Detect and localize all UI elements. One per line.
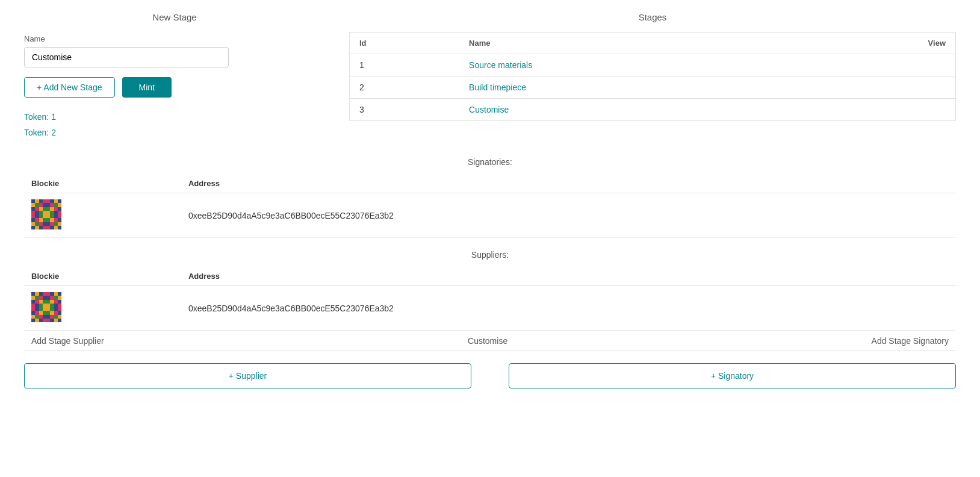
svg-rect-93 — [50, 304, 54, 307]
svg-rect-69 — [50, 292, 54, 296]
svg-rect-67 — [43, 292, 46, 296]
token-1-link[interactable]: Token: 1 — [24, 112, 325, 122]
svg-rect-30 — [54, 211, 58, 214]
svg-rect-43 — [43, 218, 46, 222]
svg-rect-113 — [35, 315, 39, 319]
add-supplier-button[interactable]: + Supplier — [24, 363, 471, 388]
svg-rect-14 — [54, 203, 58, 207]
col-blockie-sup: Blockie — [24, 267, 181, 286]
svg-rect-91 — [43, 304, 46, 307]
add-signatory-button[interactable]: + Signatory — [509, 363, 956, 388]
svg-rect-72 — [31, 296, 35, 299]
svg-rect-50 — [39, 222, 43, 226]
signatory-blockie — [24, 193, 181, 238]
svg-rect-105 — [35, 311, 39, 314]
svg-rect-61 — [50, 226, 54, 229]
col-blockie-sig: Blockie — [24, 174, 181, 193]
svg-rect-6 — [54, 199, 58, 203]
svg-rect-99 — [43, 307, 46, 311]
svg-rect-21 — [50, 207, 54, 211]
stages-table: Id Name View 1 Source materials 2 Build … — [349, 32, 956, 121]
name-input[interactable] — [24, 47, 229, 67]
supplier-address: 0xeeB25D90d4aA5c9e3aC6BB00ecE55C23076Ea3… — [181, 286, 956, 331]
svg-rect-114 — [39, 315, 43, 319]
add-supplier-label: Add Stage Supplier — [31, 336, 104, 346]
svg-rect-65 — [35, 292, 39, 296]
svg-rect-92 — [46, 304, 50, 307]
svg-rect-116 — [46, 315, 50, 319]
svg-rect-115 — [43, 315, 46, 319]
name-form-group: Name — [24, 34, 325, 67]
svg-rect-49 — [35, 222, 39, 226]
stage-button-row: + Add New Stage Mint — [24, 77, 325, 98]
svg-rect-11 — [43, 203, 46, 207]
stage-name-label: Customise — [468, 336, 507, 346]
svg-rect-127 — [58, 319, 61, 322]
bottom-buttons-row: + Supplier + Signatory — [24, 351, 956, 388]
svg-rect-17 — [35, 207, 39, 211]
svg-rect-104 — [31, 311, 35, 314]
svg-rect-58 — [39, 226, 43, 229]
row-name[interactable]: Build timepiece — [459, 76, 801, 99]
svg-rect-52 — [46, 222, 50, 226]
row-name[interactable]: Source materials — [459, 54, 801, 76]
svg-rect-73 — [35, 296, 39, 299]
svg-rect-81 — [35, 300, 39, 304]
col-address-sig: Address — [181, 174, 956, 193]
svg-rect-63 — [58, 226, 61, 229]
svg-rect-100 — [46, 307, 50, 311]
svg-rect-19 — [43, 207, 46, 211]
svg-rect-29 — [50, 211, 54, 214]
svg-rect-39 — [58, 214, 61, 218]
svg-rect-27 — [43, 211, 46, 214]
svg-rect-109 — [50, 311, 54, 314]
svg-rect-38 — [54, 214, 58, 218]
blockie-icon-sig — [31, 199, 61, 229]
svg-rect-70 — [54, 292, 58, 296]
token-2-link[interactable]: Token: 2 — [24, 128, 325, 137]
svg-rect-28 — [46, 211, 50, 214]
svg-rect-44 — [46, 218, 50, 222]
svg-rect-41 — [35, 218, 39, 222]
svg-rect-47 — [58, 218, 61, 222]
row-id: 2 — [350, 76, 460, 99]
svg-rect-84 — [46, 300, 50, 304]
svg-rect-103 — [58, 307, 61, 311]
svg-rect-96 — [31, 307, 35, 311]
svg-rect-26 — [39, 211, 43, 214]
col-id: Id — [350, 33, 460, 54]
signatory-address: 0xeeB25D90d4aA5c9e3aC6BB00ecE55C23076Ea3… — [181, 193, 956, 238]
svg-rect-51 — [43, 222, 46, 226]
svg-rect-85 — [50, 300, 54, 304]
signatories-header: Blockie Address — [24, 174, 956, 193]
col-view: View — [801, 33, 955, 54]
svg-rect-119 — [58, 315, 61, 319]
svg-rect-64 — [31, 292, 35, 296]
svg-rect-121 — [35, 319, 39, 322]
svg-rect-13 — [50, 203, 54, 207]
table-row: 3 Customise — [350, 99, 956, 121]
svg-rect-4 — [46, 199, 50, 203]
svg-rect-45 — [50, 218, 54, 222]
svg-rect-7 — [58, 199, 61, 203]
new-stage-title: New Stage — [24, 12, 325, 22]
svg-rect-24 — [31, 211, 35, 214]
supplier-row: 0xeeB25D90d4aA5c9e3aC6BB00ecE55C23076Ea3… — [24, 286, 956, 331]
stages-title: Stages — [349, 12, 956, 22]
svg-rect-123 — [43, 319, 46, 322]
svg-rect-18 — [39, 207, 43, 211]
add-new-stage-button[interactable]: + Add New Stage — [24, 77, 115, 98]
stage-label-row: Add Stage Supplier Customise Add Stage S… — [24, 331, 956, 351]
svg-rect-95 — [58, 304, 61, 307]
svg-rect-74 — [39, 296, 43, 299]
right-panel: Stages Id Name View 1 Source materials — [349, 12, 956, 145]
svg-rect-25 — [35, 211, 39, 214]
signatories-table: Blockie Address — [24, 174, 956, 238]
svg-rect-106 — [39, 311, 43, 314]
svg-rect-68 — [46, 292, 50, 296]
svg-rect-16 — [31, 207, 35, 211]
svg-rect-0 — [31, 199, 35, 203]
mint-button[interactable]: Mint — [122, 77, 172, 98]
svg-rect-71 — [58, 292, 61, 296]
row-name[interactable]: Customise — [459, 99, 801, 121]
